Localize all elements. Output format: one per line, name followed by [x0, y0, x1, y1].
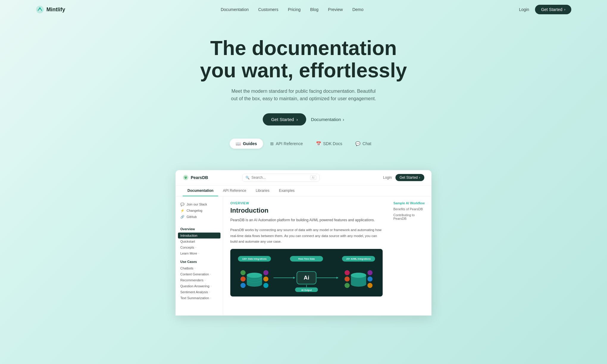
logo[interactable]: Mintlify: [36, 5, 65, 14]
arrow-icon: ›: [343, 117, 344, 122]
arrow-icon: ›: [419, 175, 420, 180]
changelog-icon: ⚡: [180, 209, 184, 213]
calendar-icon: 📅: [316, 141, 321, 146]
sidebar-item-question-answering[interactable]: Question Answering ›: [176, 283, 223, 289]
sidebar-item-content-generation[interactable]: Content Generation ›: [176, 271, 223, 277]
chevron-icon: ›: [209, 291, 210, 294]
search-input[interactable]: [251, 175, 308, 180]
nav-customers[interactable]: Customers: [258, 7, 279, 12]
chevron-icon: ›: [205, 279, 206, 282]
chevron-icon: ›: [210, 296, 211, 299]
svg-point-18: [240, 283, 245, 288]
docs-tab-documentation[interactable]: Documentation: [183, 186, 218, 196]
chat-icon: 💬: [355, 141, 360, 146]
svg-text:AI Output: AI Output: [301, 288, 312, 291]
svg-point-16: [240, 270, 245, 275]
sidebar-utility: 💬 Join our Slack ⚡ Changelog 🔗 GitHub: [176, 201, 223, 220]
docs-toc: Sample AI Workflow Benefits of PearsDB C…: [390, 197, 431, 316]
login-button[interactable]: Login: [519, 7, 529, 12]
sidebar-slack[interactable]: 💬 Join our Slack: [180, 201, 218, 208]
tab-sdk-docs[interactable]: 📅 SDK Docs: [310, 139, 348, 149]
chevron-icon: ›: [211, 285, 212, 288]
doc-overview-label: Overview: [230, 201, 383, 205]
docs-content: 💬 Join our Slack ⚡ Changelog 🔗 GitHub Ov…: [176, 197, 431, 316]
svg-point-30: [345, 283, 350, 288]
sidebar-item-concepts[interactable]: Concepts ›: [176, 244, 223, 250]
svg-point-29: [345, 276, 350, 281]
arrow-icon: ›: [296, 117, 298, 122]
main-navbar: Mintlify Documentation Customers Pricing…: [0, 0, 607, 19]
hero-subtitle: Meet the modern standard for public faci…: [229, 87, 378, 103]
svg-point-36: [351, 281, 366, 286]
docs-tab-examples[interactable]: Examples: [274, 186, 299, 196]
svg-point-32: [367, 276, 373, 281]
hero-get-started-button[interactable]: Get Started ›: [263, 113, 306, 125]
svg-point-19: [263, 270, 268, 275]
sidebar-usecases-title: Use Cases: [176, 256, 223, 265]
toc-item-contributing[interactable]: Contributing to PearsDB: [393, 213, 428, 220]
tab-guides[interactable]: 📖 Guides: [230, 139, 263, 149]
sidebar-changelog[interactable]: ⚡ Changelog: [180, 208, 218, 214]
svg-point-0: [36, 6, 44, 13]
docs-tab-api-reference[interactable]: API Reference: [218, 186, 251, 196]
hero-docs-link[interactable]: Documentation ›: [311, 117, 344, 122]
doc-body: PearsDB works by connecting any source o…: [230, 227, 383, 245]
sidebar-item-chatbots[interactable]: Chatbots ›: [176, 265, 223, 271]
diagram-container: 130+ Data Integrations Real-Time Data 20…: [230, 249, 383, 296]
chevron-icon: ›: [195, 267, 195, 270]
svg-point-31: [367, 270, 373, 275]
book-icon: 📖: [236, 141, 241, 146]
svg-text:Real-Time Data: Real-Time Data: [298, 258, 315, 260]
toc-item-benefits[interactable]: Benefits of PearsDB: [393, 207, 428, 211]
svg-point-33: [367, 283, 373, 288]
hero-title: The documentation you want, effortlessly: [199, 37, 408, 81]
svg-text:Ai: Ai: [304, 274, 309, 281]
svg-point-37: [351, 273, 366, 278]
svg-point-28: [345, 270, 350, 275]
svg-point-21: [263, 283, 268, 288]
nav-blog[interactable]: Blog: [310, 7, 318, 12]
sidebar-item-text-summarization[interactable]: Text Summarization ›: [176, 295, 223, 301]
sidebar-item-learn-more[interactable]: Learn More ›: [176, 250, 223, 256]
svg-point-17: [240, 276, 245, 281]
docs-search-bar[interactable]: 🔍 AI: [242, 174, 320, 182]
sidebar-item-recommenders[interactable]: Recommenders ›: [176, 277, 223, 283]
sidebar-item-quickstart[interactable]: Quickstart: [176, 239, 223, 244]
svg-text:130+ Data Integrations: 130+ Data Integrations: [242, 258, 267, 260]
docs-sidebar: 💬 Join our Slack ⚡ Changelog 🔗 GitHub Ov…: [176, 197, 223, 316]
sidebar-item-introduction[interactable]: Introduction: [178, 233, 220, 239]
docs-logo-icon: [183, 175, 189, 181]
browser-mockup: PearsDB 🔍 AI Login Get Started › Documen…: [176, 170, 431, 316]
docs-login-button[interactable]: Login: [383, 175, 392, 180]
docs-brand-name: PearsDB: [191, 175, 208, 180]
arrow-icon: ›: [564, 7, 565, 12]
nav-preview[interactable]: Preview: [328, 7, 343, 12]
sidebar-overview-title: Overview: [176, 225, 223, 233]
get-started-button[interactable]: Get Started ›: [535, 5, 571, 14]
docs-main-content: Overview Introduction PearsDB is an AI A…: [223, 197, 390, 316]
docs-nav-tabs: Documentation API Reference Libraries Ex…: [176, 186, 431, 197]
chevron-icon: ›: [210, 273, 211, 276]
nav-right: Login Get Started ›: [519, 5, 571, 14]
nav-links: Documentation Customers Pricing Blog Pre…: [221, 7, 364, 12]
svg-text:20+ AI/ML Integrations: 20+ AI/ML Integrations: [346, 258, 371, 260]
sidebar-item-sentiment-analysis[interactable]: Sentiment Analysis ›: [176, 289, 223, 295]
tab-chat[interactable]: 💬 Chat: [349, 139, 377, 149]
nav-pricing[interactable]: Pricing: [288, 7, 301, 12]
docs-get-started-button[interactable]: Get Started ›: [395, 174, 424, 181]
svg-point-20: [263, 276, 268, 281]
brand-name: Mintlify: [46, 7, 65, 13]
grid-icon: ⊞: [270, 141, 274, 146]
sidebar-github[interactable]: 🔗 GitHub: [180, 214, 218, 220]
search-icon: 🔍: [245, 176, 250, 180]
docs-navbar: PearsDB 🔍 AI Login Get Started ›: [176, 170, 431, 186]
nav-documentation[interactable]: Documentation: [221, 7, 249, 12]
toc-item-sample-workflow[interactable]: Sample AI Workflow: [393, 201, 428, 205]
chevron-icon: ›: [198, 252, 199, 255]
svg-point-1: [39, 7, 41, 9]
ai-badge: AI: [310, 175, 316, 180]
nav-demo[interactable]: Demo: [352, 7, 363, 12]
docs-tab-libraries[interactable]: Libraries: [251, 186, 274, 196]
docs-logo[interactable]: PearsDB: [183, 175, 208, 181]
tab-api-reference[interactable]: ⊞ API Reference: [264, 139, 309, 149]
